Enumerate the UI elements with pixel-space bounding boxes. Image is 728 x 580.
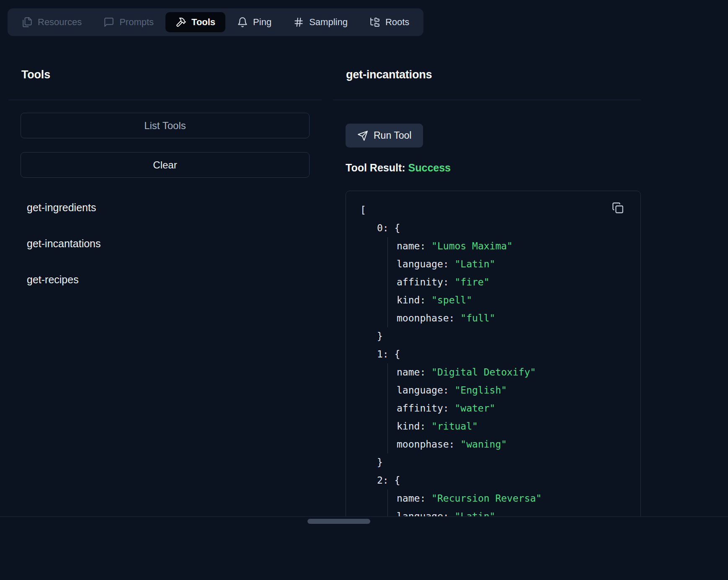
json-line: 0: {	[360, 219, 640, 237]
json-line: }	[360, 453, 640, 471]
json-line: language: "English"	[397, 381, 640, 399]
json-string-value: "ritual"	[431, 421, 478, 432]
tool-list-item[interactable]: get-ingredients	[8, 189, 322, 225]
json-key: name:	[397, 493, 426, 504]
json-key: language:	[397, 259, 449, 269]
tab-sampling[interactable]: Sampling	[283, 12, 358, 32]
files-icon	[22, 17, 33, 28]
tab-label: Sampling	[309, 17, 348, 28]
tab-label: Tools	[191, 17, 215, 28]
json-entry-children: name: "Digital Detoxify"language: "Engli…	[387, 363, 640, 453]
clear-button[interactable]: Clear	[21, 152, 310, 178]
run-tool-button[interactable]: Run Tool	[346, 124, 423, 148]
tab-tools[interactable]: Tools	[165, 12, 225, 32]
json-key: kind:	[397, 295, 426, 306]
json-line: name: "Lumos Maxima"	[397, 237, 640, 255]
json-key: kind:	[397, 421, 426, 432]
message-square-icon	[103, 17, 114, 28]
json-line: kind: "ritual"	[397, 417, 640, 435]
tools-panel: Tools List Tools Clear get-ingredients g…	[8, 68, 322, 298]
tool-list-item[interactable]: get-incantations	[8, 225, 322, 262]
tab-roots[interactable]: Roots	[359, 12, 419, 32]
json-string-value: "fire"	[454, 277, 489, 287]
copy-button[interactable]	[612, 202, 624, 215]
tool-result-line: Tool Result: Success	[346, 162, 641, 174]
json-line: moonphase: "full"	[397, 309, 640, 327]
tab-bar: Resources Prompts Tools Ping Sampling Ro…	[8, 8, 423, 36]
json-string-value: "Latin"	[454, 259, 495, 269]
json-line: [	[360, 201, 640, 219]
tool-list: get-ingredients get-incantations get-rec…	[8, 189, 322, 298]
tools-panel-title: Tools	[21, 68, 322, 81]
history-panel	[0, 516, 728, 580]
json-string-value: "spell"	[431, 295, 472, 306]
json-string-value: "waning"	[460, 439, 507, 450]
bell-icon	[237, 17, 248, 28]
json-key: moonphase:	[397, 439, 454, 450]
json-line: 1: {	[360, 345, 640, 363]
tool-result-status: Success	[408, 162, 451, 173]
json-key: moonphase:	[397, 313, 454, 324]
tab-prompts: Prompts	[93, 12, 164, 32]
json-entry: 1: {name: "Digital Detoxify"language: "E…	[360, 345, 640, 471]
hash-icon	[293, 17, 304, 28]
tab-label: Prompts	[119, 17, 154, 28]
json-key: name:	[397, 241, 426, 251]
json-key: affinity:	[397, 403, 449, 414]
json-string-value: "Recursion Reversa"	[431, 493, 542, 504]
divider	[8, 100, 322, 100]
json-line: }	[360, 327, 640, 345]
tab-resources: Resources	[12, 12, 92, 32]
json-entry-children: name: "Lumos Maxima"language: "Latin"aff…	[387, 237, 640, 327]
json-line: moonphase: "waning"	[397, 435, 640, 453]
json-string-value: "Digital Detoxify"	[431, 367, 536, 378]
json-line: language: "Latin"	[397, 255, 640, 273]
json-string-value: "full"	[460, 313, 495, 324]
tool-list-item[interactable]: get-recipes	[8, 262, 322, 298]
tab-ping[interactable]: Ping	[227, 12, 281, 32]
list-tools-button[interactable]: List Tools	[21, 113, 310, 138]
tab-label: Roots	[385, 17, 409, 28]
panel-resize-handle[interactable]	[307, 519, 370, 524]
divider	[333, 100, 641, 100]
copy-icon	[612, 209, 624, 215]
json-line: name: "Recursion Reversa"	[397, 489, 640, 508]
json-key: affinity:	[397, 277, 449, 287]
tab-label: Ping	[253, 17, 271, 28]
selected-tool-title: get-incantations	[346, 68, 641, 81]
tab-label: Resources	[38, 17, 82, 28]
json-string-value: "Lumos Maxima"	[431, 241, 513, 251]
hammer-icon	[176, 17, 186, 28]
json-string-value: "English"	[454, 385, 507, 396]
send-icon	[357, 130, 368, 141]
json-line: kind: "spell"	[397, 291, 640, 309]
json-tree: [0: {name: "Lumos Maxima"language: "Lati…	[360, 201, 640, 562]
json-line: name: "Digital Detoxify"	[397, 363, 640, 381]
json-string-value: "water"	[454, 403, 495, 414]
json-line: affinity: "water"	[397, 399, 640, 417]
json-entry: 0: {name: "Lumos Maxima"language: "Latin…	[360, 219, 640, 345]
json-key: name:	[397, 367, 426, 378]
json-line: 2: {	[360, 471, 640, 489]
tool-result-label: Tool Result:	[346, 162, 405, 173]
json-key: language:	[397, 385, 449, 396]
tool-detail-panel: get-incantations Run Tool Tool Result: S…	[333, 68, 641, 580]
folder-tree-icon	[369, 17, 380, 28]
json-line: affinity: "fire"	[397, 273, 640, 291]
run-tool-label: Run Tool	[374, 130, 411, 141]
